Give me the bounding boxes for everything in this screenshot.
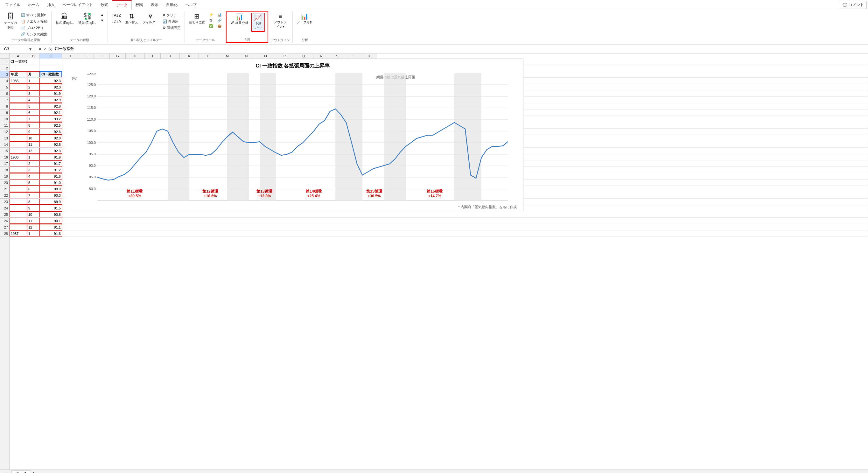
row-header-15[interactable]: 15	[0, 148, 9, 154]
cell-c2[interactable]	[40, 65, 62, 71]
cell-data[interactable]: 91.2	[40, 167, 62, 173]
col-header-n[interactable]: N	[237, 54, 256, 59]
row-header-6[interactable]: 6	[0, 90, 9, 97]
col-header-d[interactable]: D	[62, 54, 78, 59]
btn-text-to-cols[interactable]: ⊞ 区切り位置	[187, 12, 207, 26]
col-header-e[interactable]: E	[78, 54, 94, 59]
row-header-19[interactable]: 19	[0, 173, 9, 179]
cell-a2[interactable]	[9, 65, 27, 71]
btn-type-expand[interactable]: ▲	[99, 12, 105, 17]
tab-insert[interactable]: 挿入	[43, 0, 59, 9]
cell-data[interactable]: 5	[27, 179, 40, 185]
cell-data[interactable]: 9	[27, 205, 40, 211]
cell-data[interactable]: 8	[27, 122, 40, 128]
cell-data[interactable]	[9, 97, 27, 103]
cell-data[interactable]: 1	[27, 78, 40, 84]
cell-data[interactable]: 92.6	[40, 128, 62, 135]
cell-data[interactable]	[9, 186, 27, 192]
row-header-13[interactable]: 13	[0, 135, 9, 141]
cell-data[interactable]: 1	[27, 231, 40, 237]
tab-data[interactable]: データ	[112, 0, 132, 10]
cell-data[interactable]	[9, 122, 27, 128]
cell-data[interactable]	[9, 167, 27, 173]
cell-data[interactable]: 1	[27, 154, 40, 160]
row-header-27[interactable]: 27	[0, 224, 9, 231]
cell-data[interactable]: 90.8	[40, 211, 62, 217]
cell-b3[interactable]: 月	[27, 71, 40, 77]
cell-data[interactable]	[9, 116, 27, 122]
cell-data[interactable]	[9, 90, 27, 96]
tab-page-layout[interactable]: ページレイアウト	[59, 0, 97, 9]
btn-flash-fill[interactable]: ⚡	[208, 12, 215, 18]
cell-data[interactable]	[9, 135, 27, 141]
btn-data-analysis[interactable]: 📊 データ分析	[295, 12, 314, 26]
col-header-m[interactable]: M	[218, 54, 237, 59]
col-header-t[interactable]: T	[345, 54, 361, 59]
cell-data[interactable]: 93.2	[40, 116, 62, 122]
row-header-12[interactable]: 12	[0, 128, 9, 135]
cell-data[interactable]: 92.3	[40, 148, 62, 154]
cell-data[interactable]: 90.3	[40, 192, 62, 198]
row-header-28[interactable]: 28	[0, 231, 9, 237]
tab-home[interactable]: ホーム	[24, 0, 43, 9]
row-header-5[interactable]: 5	[0, 84, 9, 90]
cell-data[interactable]	[9, 224, 27, 230]
cell-data[interactable]: 90.9	[40, 186, 62, 192]
sheet-tab-1[interactable]: Sheet1	[11, 470, 31, 473]
cell-data[interactable]: 91.7	[40, 160, 62, 167]
cell-data[interactable]: 92.1	[40, 110, 62, 116]
btn-consolidate[interactable]: 📊	[216, 12, 223, 18]
btn-remove-dup[interactable]: 🗑	[208, 18, 215, 23]
col-header-h[interactable]: H	[126, 54, 145, 59]
cell-data[interactable]	[9, 218, 27, 224]
btn-type-collapse[interactable]: ▼	[99, 18, 105, 23]
cell-data[interactable]: 91.5	[40, 205, 62, 211]
cell-data[interactable]: 2	[27, 84, 40, 90]
col-header-j[interactable]: J	[161, 54, 180, 59]
btn-data-validation[interactable]: ✅	[208, 23, 215, 29]
row-header-26[interactable]: 26	[0, 218, 9, 224]
col-header-b[interactable]: B	[27, 54, 40, 59]
btn-currency[interactable]: 💱 通貨 (Engli...	[77, 12, 98, 26]
col-header-p[interactable]: P	[275, 54, 294, 59]
cell-data[interactable]: 11	[27, 141, 40, 147]
row-header-16[interactable]: 16	[0, 154, 9, 160]
cell-data[interactable]	[9, 141, 27, 147]
col-header-g[interactable]: G	[110, 54, 126, 59]
cell-data[interactable]: 12	[27, 224, 40, 230]
btn-what-if[interactable]: 📊 What-If 分析	[229, 13, 250, 26]
sheet-nav-left[interactable]: ◄	[2, 472, 5, 473]
row-header-10[interactable]: 10	[0, 116, 9, 122]
cell-data[interactable]: 5	[27, 103, 40, 109]
cell-data[interactable]: 3	[27, 90, 40, 96]
cell-data[interactable]: 10	[27, 135, 40, 141]
btn-clear[interactable]: ✕クリア	[161, 12, 182, 18]
cell-a1[interactable]: CI 一致指数 各拡張局面の上昇率	[9, 59, 27, 65]
formula-input[interactable]	[55, 47, 866, 51]
cell-data[interactable]	[9, 205, 27, 211]
cell-data[interactable]: 10	[27, 211, 40, 217]
cell-data[interactable]: 92.8	[40, 103, 62, 109]
cell-data[interactable]: 4	[27, 173, 40, 179]
cell-data[interactable]: 7	[27, 116, 40, 122]
tab-formula[interactable]: 数式	[97, 0, 112, 9]
tab-help[interactable]: ヘルプ	[181, 0, 200, 9]
col-header-s[interactable]: S	[329, 54, 345, 59]
cell-data[interactable]: 8	[27, 199, 40, 205]
row-header-25[interactable]: 25	[0, 211, 9, 218]
tab-review[interactable]: 校閲	[132, 0, 147, 9]
cell-data[interactable]: 1987	[9, 231, 27, 237]
add-sheet-button[interactable]: +	[32, 471, 35, 473]
cell-data[interactable]: 6	[27, 110, 40, 116]
cell-data[interactable]: 92.8	[40, 141, 62, 147]
btn-queries[interactable]: 📋 クエリと接続	[20, 19, 49, 25]
btn-refresh-all[interactable]: 🔄 すべて更新▾	[20, 12, 49, 18]
cell-data[interactable]: 91.1	[40, 224, 62, 230]
btn-sort-asc[interactable]: ↑A↓Z	[111, 12, 123, 18]
btn-sort[interactable]: ⇅ 並べ替え	[124, 12, 140, 26]
cell-data[interactable]: 91.6	[40, 173, 62, 179]
btn-forecast-sheet[interactable]: 📈 予測シート	[251, 13, 265, 32]
col-header-l[interactable]: L	[199, 54, 218, 59]
cell-data[interactable]	[9, 84, 27, 90]
sheet-nav-right[interactable]: ►	[7, 472, 10, 473]
